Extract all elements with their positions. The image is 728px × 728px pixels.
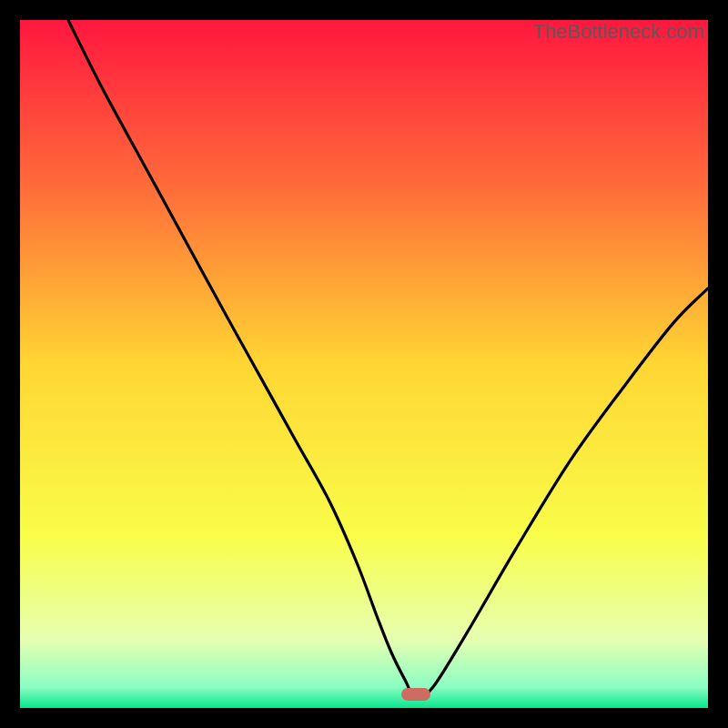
watermark-label: TheBottleneck.com	[533, 20, 704, 44]
bottleneck-curve	[20, 20, 708, 708]
chart-frame: TheBottleneck.com	[20, 20, 708, 708]
optimal-marker	[401, 688, 430, 701]
plot-area	[20, 20, 708, 708]
